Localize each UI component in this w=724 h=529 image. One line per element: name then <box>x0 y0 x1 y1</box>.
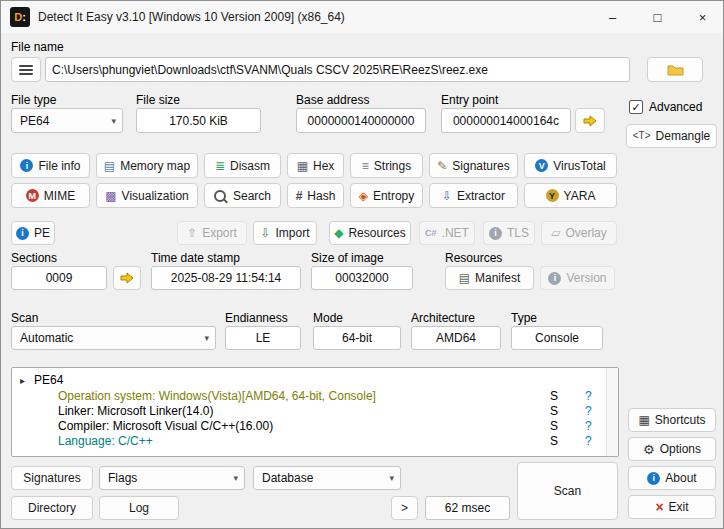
shortcuts-icon: ▦ <box>638 414 649 426</box>
flags-select[interactable]: Flags ▾ <box>99 466 245 490</box>
memory-map-label: Memory map <box>120 159 190 173</box>
mode-label: Mode <box>313 311 343 325</box>
open-file-button[interactable] <box>647 57 703 82</box>
signature-link[interactable]: S <box>550 389 558 404</box>
import-button[interactable]: ⇩ Import <box>253 221 317 245</box>
mode-field[interactable]: 64-bit <box>313 326 401 350</box>
base-address-field[interactable]: 0000000140000000 <box>296 108 426 133</box>
visualization-button[interactable]: ▩ Visualization <box>96 183 198 208</box>
virustotal-button[interactable]: V VirusTotal <box>524 153 617 178</box>
goto-entry-point-button[interactable] <box>575 108 605 133</box>
hash-button[interactable]: # Hash <box>287 183 344 208</box>
strings-button[interactable]: ≡ Strings <box>350 153 423 178</box>
database-select[interactable]: Database ▾ <box>253 466 401 490</box>
log-button[interactable]: Log <box>99 496 179 520</box>
architecture-field[interactable]: AMD64 <box>411 326 501 350</box>
sections-field[interactable]: 0009 <box>11 266 107 290</box>
exit-button[interactable]: × Exit <box>628 495 716 519</box>
entropy-button[interactable]: ◈ Entropy <box>350 183 423 208</box>
mime-button[interactable]: M MIME <box>11 183 90 208</box>
results-scrollbar[interactable] <box>606 368 618 456</box>
signature-link[interactable]: S <box>550 419 558 434</box>
entropy-icon: ◈ <box>359 190 368 202</box>
resources-label: Resources <box>348 226 405 240</box>
close-button[interactable]: × <box>680 1 724 33</box>
scan-results-panel: ▸ PE64 Operation system: Windows(Vista)[… <box>11 367 619 457</box>
flags-value: Flags <box>108 471 137 485</box>
version-icon: i <box>548 272 561 285</box>
strings-icon: ≡ <box>362 160 369 172</box>
signatures-button[interactable]: ✎ Signatures <box>429 153 518 178</box>
search-button[interactable]: Search <box>204 183 281 208</box>
maximize-button[interactable]: □ <box>635 1 680 33</box>
entry-point-label: Entry point <box>441 93 498 107</box>
chevron-down-icon: ▾ <box>389 473 394 483</box>
hex-button[interactable]: ▦ Hex <box>287 153 344 178</box>
goto-sections-button[interactable] <box>113 266 141 290</box>
file-menu-button[interactable] <box>11 57 41 82</box>
result-text: Compiler: Microsoft Visual C/C++(16.00) <box>58 419 273 434</box>
arrow-right-icon <box>583 115 597 127</box>
extractor-button[interactable]: ⇩ Extractor <box>429 183 518 208</box>
signature-link[interactable]: S <box>550 404 558 419</box>
disasm-icon: ≣ <box>215 160 225 172</box>
resources-group-label: Resources <box>445 251 502 265</box>
result-row[interactable]: Operation system: Windows(Vista)[AMD64, … <box>12 389 618 404</box>
options-button[interactable]: ⚙ Options <box>628 437 716 461</box>
pe-button[interactable]: i PE <box>11 221 55 245</box>
export-label: Export <box>202 226 237 240</box>
size-of-image-field[interactable]: 00032000 <box>311 266 413 290</box>
manifest-button[interactable]: ▤ Manifest <box>445 266 534 290</box>
tls-button: i TLS <box>483 221 535 245</box>
endianness-field[interactable]: LE <box>225 326 301 350</box>
info-link[interactable]: ? <box>585 434 592 449</box>
disasm-button[interactable]: ≣ Disasm <box>204 153 281 178</box>
entry-point-field[interactable]: 000000014000164c <box>441 108 571 133</box>
about-button[interactable]: i About <box>628 466 716 490</box>
info-icon: i <box>647 472 660 485</box>
yara-label: YARA <box>564 189 596 203</box>
shortcuts-button[interactable]: ▦ Shortcuts <box>628 408 716 432</box>
file-size-field[interactable]: 170.50 KiB <box>136 108 261 133</box>
result-row[interactable]: Linker: Microsoft Linker(14.0) S ? <box>12 404 618 419</box>
info-link[interactable]: ? <box>585 389 592 404</box>
time-date-stamp-field[interactable]: 2025-08-29 11:54:14 <box>151 266 301 290</box>
signature-link[interactable]: S <box>550 434 558 449</box>
file-path-input[interactable]: C:\Users\phungviet\Downloads\ctf\SVANM\Q… <box>45 57 630 82</box>
result-root-row[interactable]: ▸ PE64 <box>12 373 618 388</box>
folder-icon <box>667 63 684 76</box>
result-row[interactable]: Compiler: Microsoft Visual C/C++(16.00) … <box>12 419 618 434</box>
scan-button[interactable]: Scan <box>517 462 618 520</box>
dotnet-label: .NET <box>442 226 469 240</box>
resources-button[interactable]: ◆ Resources <box>329 221 411 245</box>
directory-button[interactable]: Directory <box>11 496 93 520</box>
minimize-icon: – <box>609 10 616 25</box>
file-info-button[interactable]: i File info <box>11 153 90 178</box>
result-row[interactable]: Language: C/C++ S ? <box>12 434 618 449</box>
logo-colon: : <box>22 11 26 23</box>
signatures-db-label: Signatures <box>23 471 80 485</box>
demangle-button[interactable]: <T> Demangle <box>626 124 717 148</box>
hex-label: Hex <box>313 159 334 173</box>
file-type-select[interactable]: PE64 ▾ <box>11 108 123 133</box>
memory-map-button[interactable]: ▤ Memory map <box>96 153 198 178</box>
file-type-label: File type <box>11 93 56 107</box>
disasm-label: Disasm <box>230 159 270 173</box>
type-field[interactable]: Console <box>511 326 603 350</box>
chevron-down-icon: ▾ <box>233 473 238 483</box>
virustotal-label: VirusTotal <box>553 159 605 173</box>
endianness-label: Endianness <box>225 311 288 325</box>
expander-icon[interactable]: ▸ <box>20 373 25 388</box>
architecture-label: Architecture <box>411 311 475 325</box>
options-label: Options <box>660 442 701 456</box>
info-link[interactable]: ? <box>585 419 592 434</box>
scan-method-select[interactable]: Automatic ▾ <box>11 326 216 350</box>
overlay-button: ▱ Overlay <box>541 221 617 245</box>
signatures-db-button[interactable]: Signatures <box>11 466 93 490</box>
minimize-button[interactable]: – <box>590 1 635 33</box>
export-icon: ⇧ <box>187 227 197 239</box>
more-button[interactable]: > <box>391 496 418 520</box>
info-link[interactable]: ? <box>585 404 592 419</box>
advanced-checkbox[interactable]: ✓ Advanced <box>629 100 702 114</box>
yara-button[interactable]: Y YARA <box>524 183 617 208</box>
